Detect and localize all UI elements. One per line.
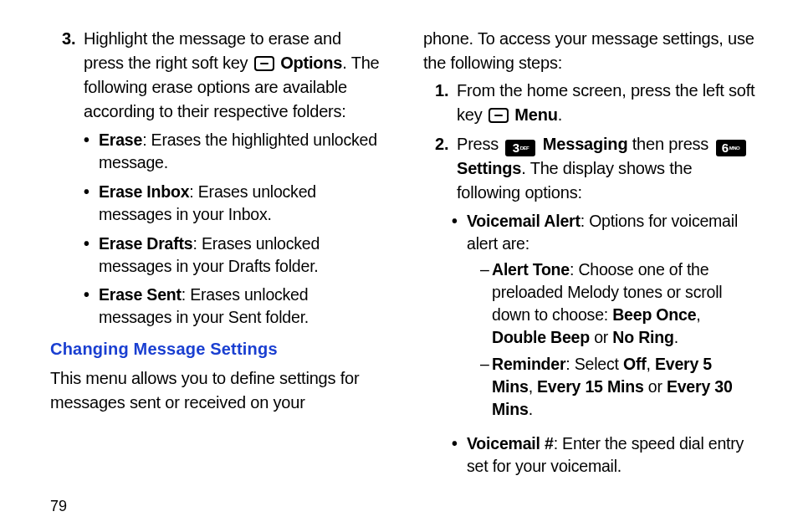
list-item: • Erase Sent: Erases unlocked messages i… [84, 284, 383, 329]
keypad-3-icon: 3DEF [505, 140, 535, 156]
erase-inbox-label: Erase Inbox [99, 182, 189, 201]
erase-label: Erase [99, 130, 142, 149]
settings-label: Settings [457, 159, 521, 177]
section-heading: Changing Message Settings [50, 337, 383, 361]
list-item: – Alert Tone: Choose one of the preloade… [480, 258, 756, 349]
voicemail-alert-label: Voicemail Alert [467, 212, 581, 230]
reminder-label: Reminder [492, 355, 565, 373]
softkey-dash-icon [489, 108, 509, 123]
step-number: 1. [423, 79, 457, 127]
left-column: 3. Highlight the message to erase and pr… [50, 27, 383, 491]
messaging-label: Messaging [543, 135, 628, 153]
list-item: • Voicemail Alert: Options for voicemail… [452, 210, 756, 426]
step-body: Press 3DEF Messaging then press 6MNO Set… [457, 132, 756, 205]
erase-drafts-label: Erase Drafts [99, 234, 193, 253]
erase-options-list: • Erase: Erases the highlighted unlocked… [84, 129, 383, 329]
list-item: • Erase Inbox: Erases unlocked messages … [84, 181, 383, 226]
alert-tone-label: Alert Tone [492, 260, 570, 279]
list-item: • Voicemail #: Enter the speed dial entr… [452, 432, 756, 478]
voicemail-num-label: Voicemail # [467, 434, 554, 453]
voicemail-sublist: – Alert Tone: Choose one of the preloade… [480, 258, 756, 421]
step-3: 3. Highlight the message to erase and pr… [50, 27, 383, 124]
softkey-dash-icon [254, 56, 274, 71]
step-1: 1. From the home screen, press the left … [423, 79, 756, 127]
step2-then: then press [627, 135, 713, 153]
page-columns: 3. Highlight the message to erase and pr… [50, 27, 756, 491]
step-body: Highlight the message to erase and press… [84, 27, 383, 124]
section-intro-cont: phone. To access your message settings, … [423, 27, 756, 75]
settings-options-list: • Voicemail Alert: Options for voicemail… [452, 210, 756, 478]
step1-post: . [558, 105, 562, 124]
step-2: 2. Press 3DEF Messaging then press 6MNO … [423, 132, 756, 205]
section-intro: This menu allows you to define settings … [50, 366, 383, 415]
keypad-6-icon: 6MNO [716, 140, 746, 156]
list-item: – Reminder: Select Off, Every 5 Mins, Ev… [480, 353, 756, 421]
menu-label: Menu [514, 105, 557, 124]
step-body: From the home screen, press the left sof… [457, 79, 756, 127]
options-label: Options [280, 54, 342, 72]
list-item: • Erase Drafts: Erases unlocked messages… [84, 233, 383, 278]
step-number: 3. [50, 27, 84, 124]
erase-sent-label: Erase Sent [99, 285, 182, 304]
right-column: phone. To access your message settings, … [423, 27, 756, 491]
step2-press: Press [457, 135, 503, 153]
list-item: • Erase: Erases the highlighted unlocked… [84, 129, 383, 174]
step-number: 2. [423, 132, 457, 205]
page-number: 79 [50, 498, 67, 515]
